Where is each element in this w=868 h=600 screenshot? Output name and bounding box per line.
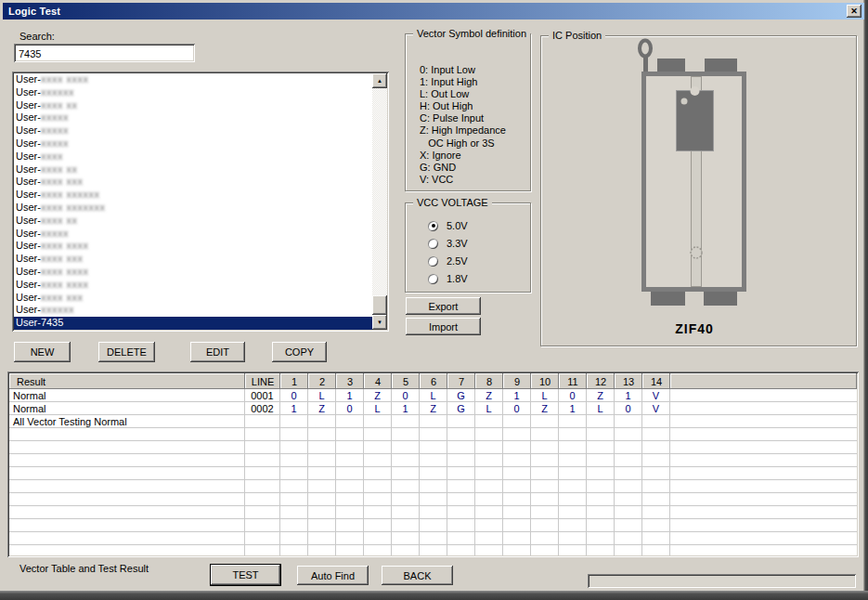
close-button[interactable]: ✕ (847, 5, 862, 18)
window-bottom-border (0, 591, 868, 600)
table-cell (245, 506, 280, 519)
table-cell (587, 480, 615, 493)
list-item[interactable]: User-xxxx xxx (14, 292, 372, 305)
result-table[interactable]: ResultLINE1234567891011121314 Normal0001… (7, 372, 859, 557)
export-button[interactable]: Export (406, 297, 481, 315)
table-row[interactable] (9, 506, 857, 519)
table-cell (531, 506, 559, 519)
table-cell (615, 454, 642, 467)
table-cell (503, 415, 531, 428)
test-button[interactable]: TEST (210, 564, 281, 586)
progress-bar (588, 574, 856, 588)
table-cell (280, 532, 308, 545)
table-cell (615, 545, 642, 555)
table-row[interactable] (9, 519, 857, 532)
list-item-selected[interactable]: User-7435 (14, 317, 372, 330)
scroll-up-button[interactable]: ▲ (372, 73, 387, 88)
list-item[interactable]: User-xxxxx (14, 137, 372, 150)
list-item[interactable]: User-xxxx xxxxxxx (14, 202, 372, 215)
back-button-label: BACK (404, 570, 432, 581)
radio-icon[interactable] (428, 239, 438, 249)
table-row[interactable]: All Vector Testing Normal (9, 415, 857, 428)
scroll-thumb[interactable] (372, 295, 387, 315)
scroll-down-button[interactable]: ▼ (372, 315, 387, 330)
user-list[interactable]: User-xxxx xxxxUser-xxxxxxUser-xxxx xxUse… (12, 72, 389, 332)
table-cell (280, 519, 308, 532)
list-item[interactable]: User-xxxx xxxx (14, 240, 372, 253)
table-cell (642, 467, 670, 480)
table-row[interactable] (9, 480, 857, 493)
table-cell (392, 454, 420, 467)
title-bar[interactable]: Logic Test (3, 3, 864, 20)
table-cell (531, 467, 559, 480)
import-button[interactable]: Import (406, 318, 481, 335)
back-button[interactable]: BACK (382, 566, 453, 585)
radio-option-1.8v[interactable]: 1.8V (428, 272, 468, 285)
list-item[interactable]: User-xxxx xx (14, 99, 372, 112)
edit-button[interactable]: EDIT (190, 342, 245, 362)
table-cell (503, 480, 531, 493)
table-cell (420, 454, 447, 467)
table-cell (245, 467, 280, 480)
table-row[interactable] (9, 454, 857, 467)
table-row[interactable] (9, 545, 857, 555)
list-item[interactable]: User-xxxx xxx (14, 176, 372, 189)
list-item[interactable]: User-xxxx xxxx (14, 73, 372, 86)
new-button-label: NEW (31, 346, 55, 358)
table-header-cell: 12 (587, 373, 615, 389)
table-cell (364, 506, 392, 519)
new-button[interactable]: NEW (14, 342, 71, 362)
export-button-label: Export (429, 301, 459, 312)
radio-option-3.3v[interactable]: 3.3V (428, 237, 468, 250)
table-cell (587, 454, 615, 467)
table-cell (245, 480, 280, 493)
radio-icon[interactable] (428, 221, 438, 231)
list-item[interactable]: User-xxxx xx (14, 215, 372, 228)
list-item[interactable]: User-xxxx xxxx (14, 266, 372, 279)
table-cell (336, 467, 364, 480)
delete-button-label: DELETE (107, 346, 147, 358)
table-row[interactable] (9, 441, 857, 454)
radio-label: 5.0V (447, 220, 468, 231)
table-cell (392, 532, 420, 545)
table-cell (587, 415, 615, 428)
table-row[interactable] (9, 493, 857, 506)
radio-option-5.0v[interactable]: 5.0V (428, 219, 468, 232)
radio-option-2.5v[interactable]: 2.5V (428, 254, 468, 267)
list-item[interactable]: User-xxxxx (14, 111, 372, 124)
table-cell (447, 519, 475, 532)
table-cell (475, 519, 503, 532)
table-header-cell: 4 (364, 373, 392, 389)
table-cell (615, 415, 642, 428)
list-scrollbar[interactable]: ▲ ▼ (372, 73, 387, 330)
table-cell (336, 441, 364, 454)
table-row[interactable] (9, 532, 857, 545)
list-item[interactable]: User-xxxxxx (14, 86, 372, 99)
table-cell: L (364, 402, 392, 415)
table-row[interactable]: Normal00021Z0L1ZGL0Z1L0V (9, 402, 857, 415)
table-cell (280, 480, 308, 493)
copy-button[interactable]: COPY (272, 342, 327, 362)
list-item[interactable]: User-xxxx (14, 150, 372, 163)
list-item[interactable]: User-xxxx xxxx (14, 279, 372, 292)
table-cell (587, 519, 615, 532)
table-row[interactable] (9, 428, 857, 441)
table-cell (670, 480, 857, 493)
table-cell (615, 441, 642, 454)
list-item[interactable]: User-xxxx xxx (14, 253, 372, 266)
radio-icon[interactable] (428, 256, 438, 267)
delete-button[interactable]: DELETE (98, 342, 155, 362)
auto-find-button[interactable]: Auto Find (297, 566, 369, 585)
list-item[interactable]: User-xxxxxx (14, 304, 372, 317)
radio-icon[interactable] (428, 274, 438, 284)
list-item[interactable]: User-xxxx xx (14, 163, 372, 176)
list-item[interactable]: User-xxxx xxxxxx (14, 189, 372, 202)
table-cell (308, 506, 336, 519)
table-cell (280, 493, 308, 506)
list-item[interactable]: User-xxxxx (14, 124, 372, 137)
list-item[interactable]: User-xxxxx (14, 228, 372, 241)
table-row[interactable] (9, 467, 857, 480)
table-row[interactable]: Normal00010L1Z0LGZ1L0Z1V (9, 389, 857, 402)
search-input[interactable] (14, 44, 195, 62)
table-cell (670, 467, 857, 480)
